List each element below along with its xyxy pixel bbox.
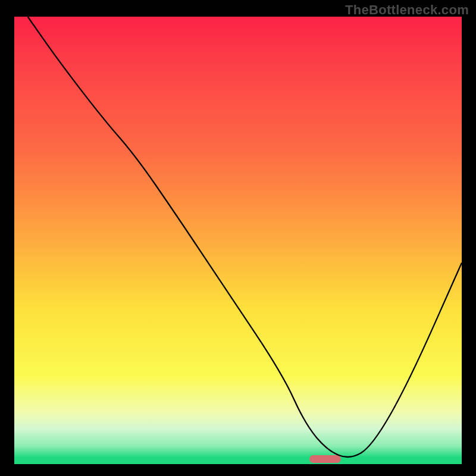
chart-frame: TheBottleneck.com <box>0 0 476 476</box>
watermark-text: TheBottleneck.com <box>345 2 469 18</box>
gradient-background <box>14 17 462 464</box>
sweet-spot-marker <box>309 455 341 463</box>
